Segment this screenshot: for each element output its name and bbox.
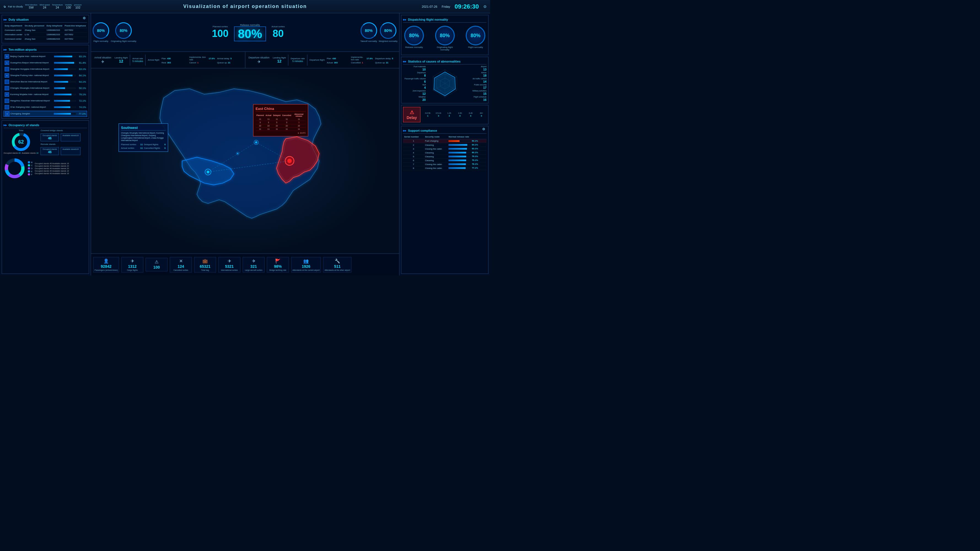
arrival-section: Arrival situation ✈ Landing flight 12 Ar… <box>91 52 245 68</box>
main-container: 🌤 Fair to cloudy Wind direction SW Wind … <box>0 0 490 275</box>
bottom-stat-item: ⚠ 100 <box>146 258 168 272</box>
radar-svg <box>427 65 463 102</box>
page-title: Visualization of airport operation situa… <box>183 3 307 10</box>
bottom-stat-item: ✈ 1312 Cargo flights <box>121 257 143 273</box>
sw-stats: Planned sorties 11 Delayed flights 6 Act… <box>121 143 165 149</box>
header-day: Friday <box>442 5 450 8</box>
support-settings-icon[interactable]: ⚙ <box>482 127 487 132</box>
compliance-col-node: Security node <box>424 135 448 139</box>
center-panel: 80% Flight normality 80% Originating fli… <box>91 13 399 275</box>
abnorm-title: Statistics of causes of abnormalities <box>403 59 487 65</box>
delay-section: ⚠ Delay 0-0.5h 1 0.5-1h 3 1-2h 3 2-3h 0 … <box>401 105 488 124</box>
abnorm-item: Fuel materials 10 <box>403 65 426 71</box>
sw-planned: Planned sorties 11 <box>121 143 143 146</box>
duty-col-personnel: On-duty personnel <box>24 24 46 28</box>
compliance-row: 7 Closing the cabin 78.1% <box>403 162 487 166</box>
abnorm-item: Passenger traffic volume 6 <box>403 78 426 83</box>
delay-box: ⚠ Delay <box>403 107 420 122</box>
delay-time-col: 3-4h 0 <box>466 112 476 117</box>
airport-item[interactable]: 7 Kunming Wujiaba Inter- national Airpor… <box>3 92 87 97</box>
airport-item[interactable]: Shenzhen Bao'an International Airport 64… <box>3 79 87 84</box>
airport-item[interactable]: 4 Shanghai Pudong Inter- national Airpor… <box>3 73 87 78</box>
sw-actual: Actual sorties 11 <box>121 147 143 149</box>
airport-item[interactable]: 6 Chongqing Jiangbei 77.1% <box>3 111 87 117</box>
bottom-stat-icon: 🔧 <box>335 259 340 264</box>
east-popup-table: PlannedActualDelayedCancelledAbnormal re… <box>256 113 306 131</box>
east-table-row: 1111111111 <box>256 118 306 121</box>
originating-stat: 80% Originating flight normality <box>111 22 136 43</box>
duty-row: Command centerZhang San13990882333637765… <box>3 37 87 41</box>
dep-impl-item: Implementa- tion rate 17.6% <box>351 56 373 61</box>
bottom-stat-icon: 👤 <box>103 259 109 264</box>
abnorm-item: Air traffic control 14 <box>464 78 487 83</box>
compliance-row: 2 Cleaning 84.1% <box>403 143 487 147</box>
segments-donut <box>3 157 25 179</box>
svg-marker-24 <box>434 72 455 96</box>
svg-point-20 <box>237 152 238 154</box>
map-area: Southwest Chengdu Shuangliu Internationa… <box>91 68 399 254</box>
svg-point-18 <box>255 141 257 143</box>
airport-list: 5 Beijing Capital Inter- national Airpor… <box>3 54 87 117</box>
arrival-rate-stat: Arrival rate 5 minutes <box>132 57 143 62</box>
airport-item[interactable]: 1 Guangzhou Baiyun International Airport… <box>3 60 87 65</box>
southwest-popup: Southwest Chengdu Shuangliu Internationa… <box>119 124 168 152</box>
compliance-row: 3 Closing the cabin 83.1% <box>403 147 487 151</box>
dep-cancelled-item: Cancelled 1 <box>351 62 373 64</box>
radar-chart <box>427 65 463 102</box>
abnorm-item: Military activities 15 <box>464 90 487 95</box>
departure-landing-stat: Landing flight 12 <box>273 57 286 64</box>
abnorm-item: Public security 17 <box>464 84 487 89</box>
wind-direction: Wind direction SW <box>25 4 37 9</box>
duty-settings-icon[interactable]: ⚙ <box>83 16 87 21</box>
dep-queue-item: Queue-up 21 <box>375 62 397 64</box>
segment-detail-item: Occupied stands 46 Available stands 16 <box>35 170 69 172</box>
settings-icon[interactable]: ⚙ <box>483 5 487 9</box>
compliance-table: Serial number Security node Normal relea… <box>403 135 487 170</box>
segment-legend-item: F <box>28 173 33 176</box>
takeoff-gauge: 80% <box>361 22 377 39</box>
bottom-stat-item: 🚩 98% Bridge berthing rate <box>267 257 289 273</box>
occupancy-title: Occupancy of stands <box>3 122 87 128</box>
dep-flight-stat: Departure flight <box>310 59 325 61</box>
dispatch-circles: 80% Release normality 80% Originating fl… <box>403 24 487 53</box>
abnorm-item: Airline 18 <box>464 71 487 77</box>
segment-legend-item: D <box>28 167 33 170</box>
release-display: Release normality 80% <box>234 24 266 41</box>
airport-item[interactable]: 5 Beijing Capital Inter- national Airpor… <box>3 54 87 59</box>
airport-item[interactable]: Xi'an Xianyang Inter- national Airport 7… <box>3 105 87 110</box>
departure-label-box: Departure situation ✈ <box>248 55 271 65</box>
bottom-stats: 👤 92842 Passengers (arrived-times) ✈ 131… <box>91 254 399 275</box>
departure-section: Departure situation ✈ Landing flight 12 … <box>245 52 399 68</box>
compliance-col-num: Serial number <box>403 135 424 139</box>
delay-time-col: 0-0.5h 1 <box>423 112 433 117</box>
east-china-popup: East China PlannedActualDelayedCancelled… <box>253 104 308 137</box>
arr-real-item: Real 303 <box>162 62 187 64</box>
flight-normality-gauge: 80% <box>92 22 109 39</box>
support-section: Support compliance ⚙ Serial number Secur… <box>401 126 488 274</box>
svg-point-14 <box>207 170 210 173</box>
arrival-label-box: Arrival situation ✈ <box>93 55 113 65</box>
dispatch-circle-item: 80% Release normality <box>403 26 425 51</box>
weather-icon: 🌤 <box>3 5 6 8</box>
weather-bar: 🌤 Fair to cloudy Wind direction SW Wind … <box>3 4 81 9</box>
abnorm-section: Statistics of causes of abnormalities Fu… <box>401 57 488 103</box>
segments-detail: Occupied stands 46 Available stands 16Oc… <box>35 162 69 175</box>
compliance-row: 5 Cleaning 79.1% <box>403 154 487 159</box>
airport-item[interactable]: Chengdu Shuangliu International Airport … <box>3 86 87 91</box>
abnorm-item: Airport 13 <box>464 65 487 71</box>
abnorm-item: Joint inspection 12 <box>403 90 426 95</box>
delay-time-col: 2-3h 0 <box>455 112 465 117</box>
airport-item[interactable]: Shanghai Hongqiao International Airport … <box>3 67 87 72</box>
duty-section: Duty situation ⚙ Duty department On-duty… <box>2 15 89 43</box>
segments-legend: BCDEF <box>28 161 33 176</box>
bottom-stat-item: 💼 65321 Total bag <box>194 257 216 273</box>
occupancy-section: Occupancy of stands Total <box>2 121 89 274</box>
originating-gauge: 80% <box>115 22 132 39</box>
segment-legend-item: B <box>28 161 33 164</box>
abnorm-item: Departure 8 <box>403 71 426 77</box>
takeoff-stat: 80% Takeoff normality <box>360 22 377 43</box>
delay-time-col: 4h+ 0 <box>476 112 487 117</box>
airport-item[interactable]: Hangzhou Xiaoshan International Airport … <box>3 98 87 103</box>
abnorm-item: Null 4 <box>403 84 426 89</box>
arrival-grid: Plan 430 Implementa- tion rate 17.6% Arr… <box>162 56 243 64</box>
